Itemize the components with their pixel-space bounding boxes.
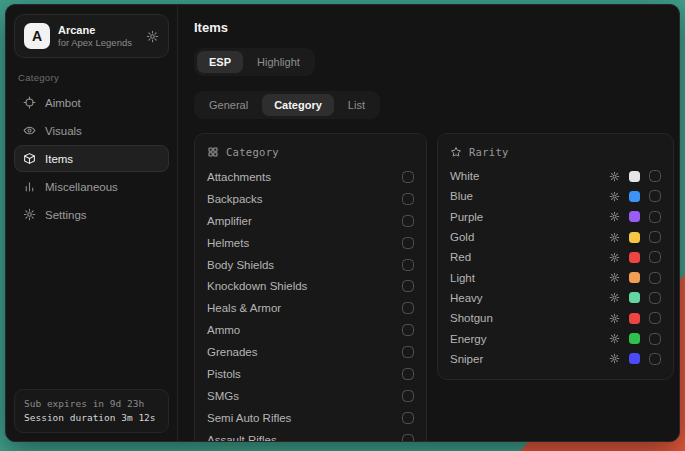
sidebar-item-label: Items: [45, 153, 73, 165]
brand-subtitle: for Apex Legends: [58, 37, 138, 49]
rarity-row: Blue: [450, 186, 661, 206]
rarity-row: Shotgun: [450, 308, 661, 328]
rarity-checkbox[interactable]: [649, 272, 661, 284]
category-row: Knockdown Shields: [207, 275, 414, 297]
rarity-checkbox[interactable]: [649, 333, 661, 345]
category-checkbox[interactable]: [402, 302, 414, 314]
gear-icon[interactable]: [146, 30, 159, 43]
color-swatch[interactable]: [629, 171, 640, 182]
category-checkbox[interactable]: [402, 237, 414, 249]
category-row-label: Body Shields: [207, 259, 274, 271]
mode-tabs: ESP Highlight: [194, 48, 315, 76]
sidebar-item-items[interactable]: Items: [14, 145, 169, 172]
gear-icon[interactable]: [609, 232, 620, 243]
category-row-label: Attachments: [207, 171, 271, 183]
sidebar-item-label: Settings: [45, 209, 87, 221]
rarity-row: Red: [450, 247, 661, 267]
category-row: Attachments: [207, 166, 414, 188]
subscription-info: Sub expires in 9d 23h Session duration 3…: [14, 389, 169, 433]
rarity-row-label: Purple: [450, 211, 483, 223]
sidebar-item-miscellaneous[interactable]: Miscellaneous: [14, 173, 169, 200]
gear-icon[interactable]: [609, 252, 620, 263]
category-checkbox[interactable]: [402, 193, 414, 205]
category-row: Body Shields: [207, 254, 414, 276]
rarity-row: Energy: [450, 328, 661, 348]
category-row: Helmets: [207, 232, 414, 254]
category-row-label: Knockdown Shields: [207, 280, 307, 292]
category-row: Assault Rifles: [207, 429, 414, 442]
color-swatch[interactable]: [629, 252, 640, 263]
gear-icon: [23, 208, 36, 221]
gear-icon[interactable]: [609, 171, 620, 182]
rarity-checkbox[interactable]: [649, 231, 661, 243]
category-row-label: Helmets: [207, 237, 249, 249]
category-checkbox[interactable]: [402, 171, 414, 183]
main-content: Items ESP Highlight General Category Lis…: [178, 5, 680, 441]
rarity-checkbox[interactable]: [649, 312, 661, 324]
rarity-row: Sniper: [450, 349, 661, 369]
rarity-checkbox[interactable]: [649, 211, 661, 223]
category-row: SMGs: [207, 385, 414, 407]
category-checkbox[interactable]: [402, 412, 414, 424]
category-checkbox[interactable]: [402, 280, 414, 292]
sidebar-item-visuals[interactable]: Visuals: [14, 117, 169, 144]
category-row-label: Backpacks: [207, 193, 263, 205]
rarity-panel: Rarity White: [437, 133, 674, 380]
sidebar-item-aimbot[interactable]: Aimbot: [14, 89, 169, 116]
rarity-row-label: White: [450, 170, 479, 182]
rarity-row-controls: [609, 251, 661, 263]
rarity-row: Light: [450, 267, 661, 287]
gear-icon[interactable]: [609, 292, 620, 303]
color-swatch[interactable]: [629, 232, 640, 243]
category-checkbox[interactable]: [402, 259, 414, 271]
category-row: Backpacks: [207, 188, 414, 210]
view-tabs: General Category List: [194, 91, 380, 119]
category-checkbox[interactable]: [402, 324, 414, 336]
gear-icon[interactable]: [609, 353, 620, 364]
category-checkbox[interactable]: [402, 390, 414, 402]
color-swatch[interactable]: [629, 211, 640, 222]
box-icon: [23, 152, 36, 165]
rarity-checkbox[interactable]: [649, 170, 661, 182]
rarity-row-controls: [609, 190, 661, 202]
tab-highlight[interactable]: Highlight: [245, 51, 312, 73]
tab-list[interactable]: List: [336, 94, 377, 116]
rarity-panel-header: Rarity: [450, 144, 661, 160]
color-swatch[interactable]: [629, 191, 640, 202]
rarity-row: White: [450, 166, 661, 186]
gear-icon[interactable]: [609, 333, 620, 344]
gear-icon[interactable]: [609, 211, 620, 222]
category-row-label: Grenades: [207, 346, 258, 358]
bars-icon: [23, 180, 36, 193]
rarity-list: White: [450, 166, 661, 369]
category-row-label: Assault Rifles: [207, 434, 277, 442]
color-swatch[interactable]: [629, 272, 640, 283]
rarity-row: Gold: [450, 227, 661, 247]
category-checkbox[interactable]: [402, 346, 414, 358]
color-swatch[interactable]: [629, 333, 640, 344]
tab-esp[interactable]: ESP: [197, 51, 243, 73]
rarity-checkbox[interactable]: [649, 292, 661, 304]
sidebar-item-label: Miscellaneous: [45, 181, 118, 193]
color-swatch[interactable]: [629, 353, 640, 364]
category-row: Pistols: [207, 363, 414, 385]
category-checkbox[interactable]: [402, 434, 414, 442]
tab-category[interactable]: Category: [262, 94, 334, 116]
rarity-checkbox[interactable]: [649, 353, 661, 365]
category-checkbox[interactable]: [402, 368, 414, 380]
rarity-checkbox[interactable]: [649, 190, 661, 202]
color-swatch[interactable]: [629, 313, 640, 324]
rarity-panel-title: Rarity: [469, 146, 509, 158]
category-row: Heals & Armor: [207, 297, 414, 319]
rarity-row-controls: [609, 312, 661, 324]
color-swatch[interactable]: [629, 292, 640, 303]
sidebar-item-settings[interactable]: Settings: [14, 201, 169, 228]
rarity-checkbox[interactable]: [649, 251, 661, 263]
tab-general[interactable]: General: [197, 94, 260, 116]
gear-icon[interactable]: [609, 313, 620, 324]
category-checkbox[interactable]: [402, 215, 414, 227]
gear-icon[interactable]: [609, 272, 620, 283]
gear-icon[interactable]: [609, 191, 620, 202]
panels-row: Category Attachments Backpacks: [194, 133, 674, 442]
star-icon: [450, 146, 462, 158]
